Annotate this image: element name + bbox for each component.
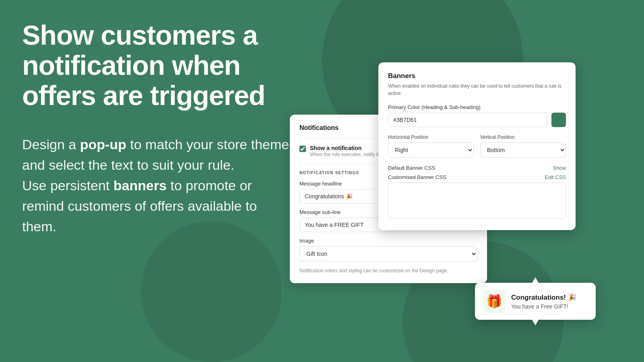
primary-color-input[interactable] [388,113,547,127]
banners-description: When enabled on individual rules they ca… [388,82,566,97]
congrats-text-area: Congratulations! 🎉 You have a Free GIFT! [511,293,576,310]
left-content: Show customers a notification when offer… [22,20,292,237]
congrats-popup: 🎁 Congratulations! 🎉 You have a Free GIF… [475,283,596,320]
gift-icon: 🎁 [483,290,506,313]
custom-css-edit-link[interactable]: Edit CSS [545,174,566,180]
congrats-subtitle: You have a Free GIFT! [511,303,576,310]
image-label: Image [299,238,477,244]
position-row: Horizontal Position Left Center Right Ve… [388,134,566,158]
primary-color-row [388,113,566,127]
horizontal-position-label: Horizontal Position [388,134,474,140]
primary-color-label: Primary Color (Heading & Sub-heading) [388,104,566,110]
default-css-row: Default Banner CSS Show [388,165,566,171]
banners-panel: Banners When enabled on individual rules… [378,62,576,230]
notification-note: Notification colors and styling can be c… [299,268,477,274]
vertical-position-label: Vertical Position [480,134,566,140]
image-select[interactable]: Gift Icon Star Icon Heart Icon None [299,246,477,261]
default-banner-css-label: Default Banner CSS [388,165,435,171]
custom-css-textarea[interactable] [388,183,566,219]
horizontal-position-select[interactable]: Left Center Right [388,142,474,158]
default-css-show-link[interactable]: Show [553,165,566,171]
banners-title: Banners [388,72,566,80]
main-heading: Show customers a notification when offer… [22,20,292,110]
custom-banner-css-label: Customised Banner CSS [388,174,446,180]
checkbox-main-label: Show a notification [310,145,387,151]
popup-arrow-down [532,320,539,325]
congrats-title: Congratulations! 🎉 [511,293,576,302]
horizontal-position-group: Horizontal Position Left Center Right [388,134,474,158]
popup-arrow-up [532,277,539,283]
description: Design a pop-up to match your store them… [22,134,292,237]
show-notification-checkbox[interactable] [299,146,306,152]
bg-circle-3 [141,221,282,362]
vertical-position-group: Vertical Position Top Bottom [480,134,566,158]
checkbox-sub-label: When the rule executes, notify the c [310,152,387,157]
color-swatch [551,113,566,127]
vertical-position-select[interactable]: Top Bottom [480,142,566,158]
custom-css-row: Customised Banner CSS Edit CSS [388,174,566,180]
